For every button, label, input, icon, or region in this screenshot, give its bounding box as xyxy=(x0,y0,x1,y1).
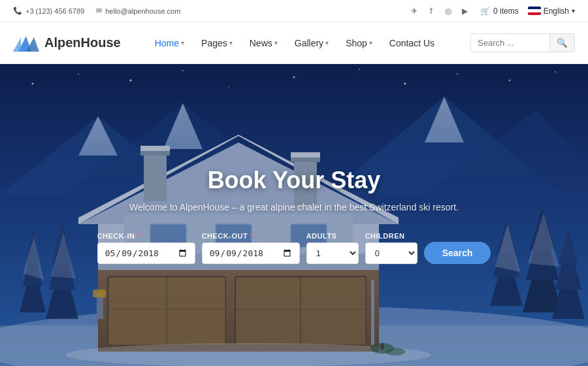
language-selector[interactable]: English ▾ xyxy=(528,7,575,16)
top-bar-left: 📞 +3 (123) 456 6789 ✉ hello@alpenhouse.c… xyxy=(13,7,180,15)
cart-area[interactable]: 🛒 0 items xyxy=(480,7,519,16)
nav-contact-us[interactable]: Contact Us xyxy=(382,33,442,54)
nav-links: Home ▾ Pages ▾ News ▾ Gallery ▾ Shop ▾ C… xyxy=(147,33,464,54)
checkin-group: CHECK-IN * xyxy=(97,232,195,264)
adults-label: ADULTS xyxy=(306,232,359,240)
children-label: CHILDREN xyxy=(365,232,417,240)
email-address: hello@alpenhouse.com xyxy=(105,7,180,15)
checkin-label: CHECK-IN * xyxy=(97,232,195,240)
checkout-group: CHECK-OUT * xyxy=(202,232,300,264)
checkout-input[interactable] xyxy=(202,242,300,264)
cart-count: 0 items xyxy=(493,7,519,16)
logo-text: AlpenHouse xyxy=(44,35,121,50)
search-book-button[interactable]: Search xyxy=(424,242,491,264)
phone-number: +3 (123) 456 6789 xyxy=(25,7,84,15)
search-area: 🔍 xyxy=(470,33,575,52)
hero-content: Book Your Stay Welcome to AlpenHouse – a… xyxy=(84,167,504,264)
language-label: English xyxy=(544,7,569,16)
top-bar-right: ✈ f ◎ ▶ 🛒 0 items English ▾ xyxy=(408,5,575,17)
hero-section: Book Your Stay Welcome to AlpenHouse – a… xyxy=(0,64,588,366)
flag-icon xyxy=(528,7,541,15)
chevron-down-icon: ▾ xyxy=(325,39,329,46)
nav-news[interactable]: News ▾ xyxy=(242,33,286,54)
checkout-label: CHECK-OUT * xyxy=(202,232,300,240)
booking-form: CHECK-IN * CHECK-OUT * ADULTS 1 2 3 4 xyxy=(97,232,491,264)
phone-icon: 📞 xyxy=(13,7,22,15)
adults-group: ADULTS 1 2 3 4 xyxy=(306,232,359,264)
adults-select[interactable]: 1 2 3 4 xyxy=(306,242,359,264)
hero-subtitle: Welcome to AlpenHouse – a great alpine c… xyxy=(97,202,491,212)
nav-pages[interactable]: Pages ▾ xyxy=(193,33,240,54)
phone-contact[interactable]: 📞 +3 (123) 456 6789 xyxy=(13,7,84,15)
email-icon: ✉ xyxy=(96,7,102,15)
nav-home[interactable]: Home ▾ xyxy=(147,33,192,54)
chevron-down-icon: ▾ xyxy=(229,39,233,46)
youtube-icon[interactable]: ▶ xyxy=(459,5,471,17)
chevron-down-icon: ▾ xyxy=(181,39,184,46)
search-button[interactable]: 🔍 xyxy=(549,34,574,52)
top-bar: 📞 +3 (123) 456 6789 ✉ hello@alpenhouse.c… xyxy=(0,0,588,22)
cart-icon: 🛒 xyxy=(480,7,490,16)
chevron-down-icon: ▾ xyxy=(572,7,575,14)
logo-icon xyxy=(13,32,39,54)
chevron-down-icon: ▾ xyxy=(369,39,372,46)
children-group: CHILDREN 0 1 2 3 xyxy=(365,232,417,264)
main-navigation: AlpenHouse Home ▾ Pages ▾ News ▾ Gallery… xyxy=(0,22,588,64)
checkin-input[interactable] xyxy=(97,242,195,264)
children-select[interactable]: 0 1 2 3 xyxy=(365,242,417,264)
hero-title: Book Your Stay xyxy=(97,167,491,194)
nav-shop[interactable]: Shop ▾ xyxy=(338,33,380,54)
email-contact[interactable]: ✉ hello@alpenhouse.com xyxy=(96,7,180,15)
chevron-down-icon: ▾ xyxy=(274,39,278,46)
nav-gallery[interactable]: Gallery ▾ xyxy=(287,33,336,54)
search-input[interactable] xyxy=(471,34,549,52)
facebook-icon[interactable]: f xyxy=(425,5,437,17)
instagram-icon[interactable]: ◎ xyxy=(442,5,454,17)
tripadvisor-icon[interactable]: ✈ xyxy=(408,5,420,17)
social-icons: ✈ f ◎ ▶ xyxy=(408,5,471,17)
logo[interactable]: AlpenHouse xyxy=(13,32,121,54)
